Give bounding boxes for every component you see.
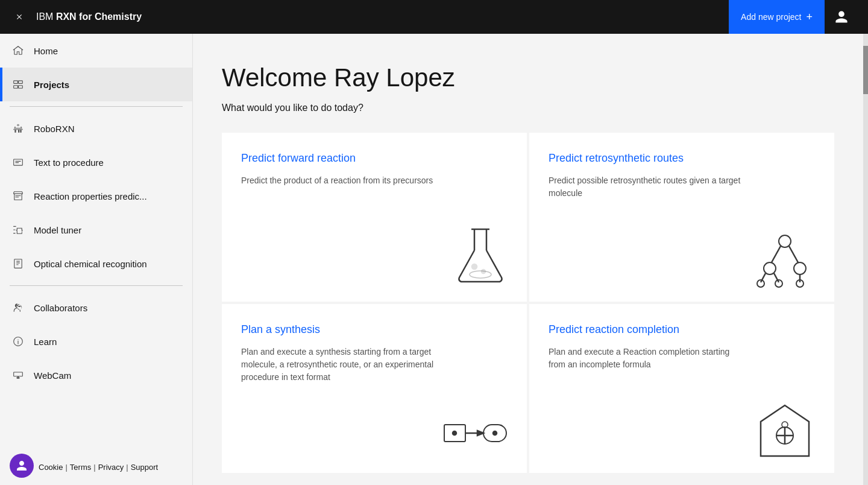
sidebar-nav: Home Projects RoboRXN	[0, 34, 192, 446]
webcam-icon	[12, 369, 24, 381]
card-plan-synthesis-desc: Plan and execute a synthesis starting fr…	[241, 346, 434, 384]
svg-point-21	[453, 431, 456, 435]
svg-line-9	[789, 246, 798, 262]
support-link[interactable]: Support	[131, 463, 159, 472]
sidebar-item-webcam-label: WebCam	[34, 370, 71, 381]
sidebar-item-webcam[interactable]: WebCam	[0, 358, 192, 392]
add-project-label: Add new project	[741, 12, 801, 22]
topbar: IBM RXN for Chemistry Add new project +	[0, 0, 868, 34]
sidebar-item-projects-label: Projects	[34, 80, 69, 90]
sidebar-item-model-tuner[interactable]: Model tuner	[0, 213, 192, 247]
card-predict-reaction-completion-title[interactable]: Predict reaction completion	[549, 323, 815, 336]
main-layout: Home Projects RoboRXN	[0, 34, 868, 485]
svg-point-6	[779, 235, 791, 247]
card-predict-reaction-completion-desc: Plan and execute a Reaction completion s…	[549, 346, 741, 371]
sidebar-item-text-to-procedure-label: Text to procedure	[34, 157, 104, 168]
sidebar-item-reaction-properties[interactable]: Reaction properties predic...	[0, 179, 192, 213]
svg-point-3	[470, 271, 491, 278]
svg-point-8	[764, 262, 776, 274]
sidebar-item-home[interactable]: Home	[0, 34, 192, 68]
sidebar-item-reaction-properties-label: Reaction properties predic...	[34, 191, 147, 201]
sidebar-divider-2	[10, 285, 183, 286]
sidebar-item-model-tuner-label: Model tuner	[34, 225, 81, 235]
sidebar-item-collaborators-label: Collaborators	[34, 303, 87, 313]
card-plan-synthesis-title[interactable]: Plan a synthesis	[241, 323, 508, 336]
optical-chemical-icon	[12, 258, 24, 270]
scrollbar-thumb[interactable]	[863, 46, 868, 94]
privacy-link[interactable]: Privacy	[98, 463, 124, 472]
reaction-completion-icon	[755, 401, 815, 463]
page-subtitle: What would you like to do today?	[222, 103, 834, 113]
svg-point-10	[794, 262, 806, 274]
card-predict-retrosynthetic[interactable]: Predict retrosynthetic routes Predict po…	[529, 133, 834, 302]
sidebar: Home Projects RoboRXN	[0, 34, 193, 485]
card-predict-forward-desc: Predict the product of a reaction from i…	[241, 174, 434, 187]
sidebar-item-collaborators[interactable]: Collaborators	[0, 291, 192, 325]
sidebar-item-optical-chemical-label: Optical chemical recognition	[34, 259, 147, 269]
sidebar-divider-1	[10, 106, 183, 107]
svg-point-22	[493, 431, 497, 435]
sidebar-item-roborxn[interactable]: RoboRXN	[0, 112, 192, 145]
topbar-right: Add new project +	[729, 0, 858, 34]
reaction-properties-icon	[12, 190, 24, 202]
card-predict-reaction-completion[interactable]: Predict reaction completion Plan and exe…	[529, 304, 834, 473]
add-project-button[interactable]: Add new project +	[729, 0, 825, 34]
user-avatar-button[interactable]	[825, 0, 858, 34]
card-predict-forward[interactable]: Predict forward reaction Predict the pro…	[222, 133, 527, 302]
content-area: Welcome Ray Lopez What would you like to…	[193, 34, 863, 485]
sidebar-item-roborxn-label: RoboRXN	[34, 124, 75, 134]
svg-point-5	[482, 270, 485, 273]
sidebar-footer: Cookie | Terms | Privacy | Support	[0, 446, 192, 485]
topbar-left: IBM RXN for Chemistry	[10, 7, 142, 27]
svg-point-4	[472, 264, 477, 269]
collaborators-icon	[12, 302, 24, 314]
synthesis-icon	[441, 407, 508, 463]
text-to-procedure-icon	[12, 156, 24, 168]
page-title: Welcome Ray Lopez	[222, 63, 834, 93]
roborxn-icon	[12, 122, 24, 135]
cookie-link[interactable]: Cookie	[39, 463, 63, 472]
learn-icon	[12, 335, 24, 347]
footer-links: Cookie | Terms | Privacy | Support	[39, 460, 158, 472]
user-avatar[interactable]	[10, 454, 34, 478]
sidebar-item-optical-chemical[interactable]: Optical chemical recognition	[0, 247, 192, 281]
sidebar-item-home-label: Home	[34, 46, 58, 56]
scrollbar-track[interactable]	[863, 34, 868, 485]
svg-line-7	[772, 246, 781, 262]
card-predict-forward-title[interactable]: Predict forward reaction	[241, 152, 508, 165]
close-button[interactable]	[10, 7, 29, 27]
sidebar-item-learn-label: Learn	[34, 337, 57, 347]
app-title: IBM RXN for Chemistry	[36, 11, 142, 22]
card-predict-retrosynthetic-title[interactable]: Predict retrosynthetic routes	[549, 152, 815, 165]
retrosynthetic-icon	[755, 229, 815, 292]
flask-icon	[453, 223, 508, 292]
svg-marker-19	[477, 431, 483, 436]
terms-link[interactable]: Terms	[70, 463, 91, 472]
home-icon	[12, 45, 24, 57]
card-predict-retrosynthetic-desc: Predict possible retrosynthetic routes g…	[549, 174, 741, 200]
cards-grid: Predict forward reaction Predict the pro…	[222, 133, 834, 473]
sidebar-item-projects[interactable]: Projects	[0, 68, 192, 101]
card-plan-synthesis[interactable]: Plan a synthesis Plan and execute a synt…	[222, 304, 527, 473]
sidebar-item-learn[interactable]: Learn	[0, 325, 192, 358]
plus-icon: +	[806, 11, 813, 24]
sidebar-item-text-to-procedure[interactable]: Text to procedure	[0, 145, 192, 179]
model-tuner-icon	[12, 224, 24, 236]
projects-icon	[12, 78, 24, 90]
